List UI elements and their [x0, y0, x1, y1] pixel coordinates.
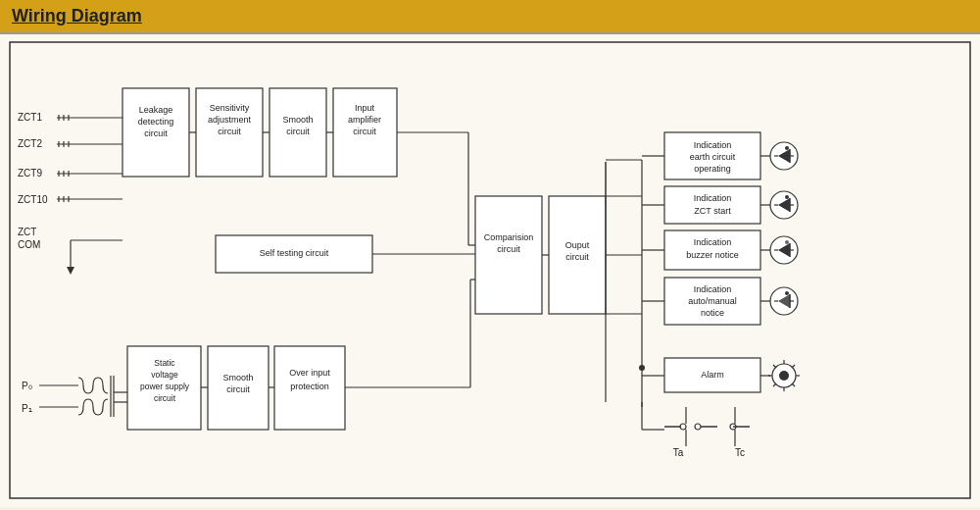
- leakage-text2: detecting: [138, 117, 174, 127]
- self-test-text: Self testing circuit: [260, 248, 329, 258]
- ind-auto-text1: Indication: [694, 284, 732, 294]
- static-text3: power supply: [140, 382, 190, 391]
- output-text1: Ouput: [565, 240, 590, 250]
- zct2-label: ZCT2: [18, 138, 42, 149]
- static-text1: Static: [154, 358, 175, 368]
- svg-point-59: [785, 146, 789, 150]
- smooth1-text2: circuit: [286, 127, 310, 136]
- sensitivity-text1: Sensitivity: [210, 103, 250, 113]
- svg-point-80: [785, 291, 789, 295]
- ind-earth-text2: earth circuit: [690, 152, 736, 162]
- tc-label: Tc: [735, 447, 745, 458]
- ind-zct-box: [664, 186, 760, 224]
- comparison-text2: circuit: [497, 244, 520, 254]
- smooth2-text1: Smooth: [222, 373, 253, 382]
- over-input-text1: Over input: [289, 368, 330, 378]
- ind-zct-text2: ZCT start: [694, 206, 731, 216]
- zct-com-label2: COM: [18, 239, 40, 250]
- leakage-text3: circuit: [144, 128, 168, 138]
- over-input-text2: protection: [290, 382, 329, 391]
- sensitivity-text2: adjustment: [208, 115, 252, 125]
- static-text4: circuit: [154, 393, 176, 403]
- ind-zct-text1: Indication: [694, 193, 732, 203]
- static-text2: voltage: [151, 370, 178, 380]
- leakage-text1: Leakage: [139, 105, 173, 115]
- header: Wiring Diagram: [0, 0, 980, 34]
- ta-label: Ta: [673, 447, 684, 458]
- ind-auto-text2: auto/manual: [688, 296, 737, 306]
- diode-auto: [770, 287, 798, 315]
- ind-buzzer-text1: Indication: [694, 237, 732, 247]
- ind-earth-text3: operating: [694, 164, 731, 174]
- input-amp-text2: amplifier: [348, 115, 381, 125]
- ind-earth-text1: Indication: [694, 140, 732, 150]
- diagram-area: ZCT1 ZCT2 ZCT9 ZCT10 ZCT COM L: [0, 34, 980, 507]
- sensitivity-text3: circuit: [218, 127, 241, 136]
- smooth1-text1: Smooth: [282, 115, 313, 125]
- zct1-label: ZCT1: [18, 112, 42, 123]
- input-amp-text3: circuit: [353, 127, 376, 136]
- output-text2: circuit: [565, 252, 589, 262]
- comparison-text1: Comparision: [484, 232, 534, 242]
- p0-label: P₀: [22, 381, 32, 391]
- bus-dot: [639, 365, 645, 371]
- diode-earth: [770, 142, 798, 170]
- ind-auto-text3: notice: [701, 308, 724, 318]
- page-title: Wiring Diagram: [12, 6, 968, 26]
- zct9-label: ZCT9: [18, 168, 42, 178]
- diode-zct: [770, 191, 798, 219]
- comparison-box: [475, 196, 542, 314]
- smooth2-text2: circuit: [226, 384, 250, 394]
- svg-point-66: [785, 195, 789, 199]
- ind-buzzer-text2: buzzer notice: [686, 250, 739, 260]
- zct10-label: ZCT10: [18, 194, 48, 205]
- svg-point-73: [785, 240, 789, 244]
- svg-point-91: [779, 371, 789, 381]
- alarm-text: Alarm: [701, 370, 724, 380]
- diode-buzzer: [770, 236, 798, 264]
- zct-com-label: ZCT: [18, 227, 36, 237]
- p1-label: P₁: [22, 403, 32, 414]
- input-amp-text1: Input: [355, 103, 375, 113]
